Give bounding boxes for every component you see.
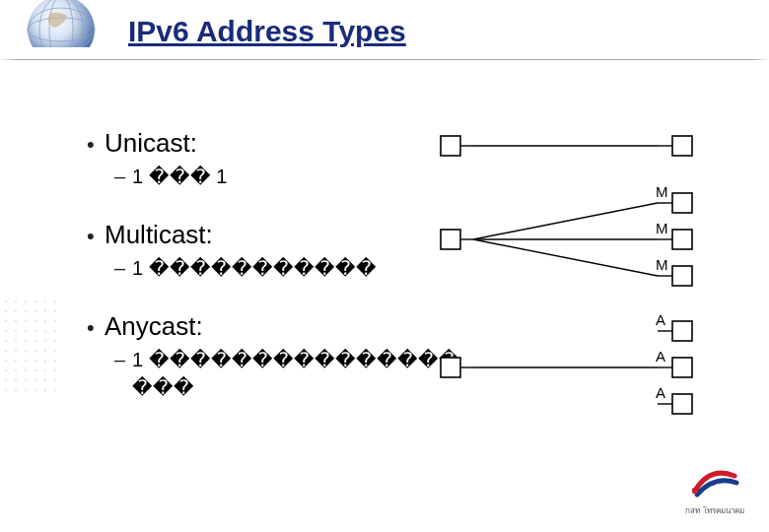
svg-point-63: [35, 389, 36, 391]
dash-icon: –: [114, 166, 132, 188]
svg-point-49: [15, 369, 17, 371]
cat-telecom-logo: กสท โทรคมนาคม: [675, 461, 754, 517]
svg-point-43: [15, 360, 17, 362]
svg-point-57: [35, 379, 36, 381]
svg-point-42: [5, 360, 7, 362]
svg-rect-5: [10, 47, 108, 69]
bullet-disc-icon: •: [87, 224, 105, 249]
svg-point-23: [54, 320, 56, 322]
svg-point-38: [25, 350, 27, 352]
svg-point-40: [44, 350, 46, 352]
svg-point-24: [5, 330, 7, 332]
svg-point-60: [5, 389, 7, 391]
svg-rect-80: [672, 230, 692, 249]
svg-point-50: [25, 369, 27, 371]
svg-point-8: [25, 300, 27, 302]
svg-point-37: [15, 350, 17, 352]
svg-point-51: [35, 369, 36, 371]
sub-unicast-text: 1 ��� 1: [132, 163, 227, 190]
heading-anycast: Anycast:: [105, 311, 203, 342]
svg-point-58: [44, 379, 46, 381]
svg-rect-79: [672, 193, 692, 213]
svg-point-45: [35, 360, 36, 362]
svg-rect-66: [441, 136, 460, 156]
svg-point-28: [44, 330, 46, 332]
dash-icon: –: [114, 349, 132, 371]
svg-rect-70: [672, 136, 692, 156]
svg-point-33: [35, 340, 36, 342]
svg-point-46: [44, 360, 46, 362]
heading-multicast: Multicast:: [105, 220, 213, 250]
a-label: A: [656, 348, 665, 365]
svg-rect-81: [672, 266, 692, 286]
unicast-diagram: [441, 136, 692, 156]
bullet-disc-icon: •: [87, 132, 105, 158]
svg-point-39: [35, 350, 36, 352]
slide-header: IPv6 Address Types: [0, 0, 769, 91]
m-label: M: [656, 183, 668, 200]
svg-point-27: [35, 330, 36, 332]
svg-point-21: [35, 320, 36, 322]
address-diagrams: M M M A A A: [436, 116, 732, 432]
svg-point-13: [15, 310, 17, 312]
dash-icon: –: [114, 257, 132, 280]
svg-point-16: [44, 310, 46, 312]
svg-line-73: [473, 203, 658, 239]
svg-point-64: [44, 389, 46, 391]
svg-point-44: [25, 360, 27, 362]
sub-anycast-text: 1 ������������������: [132, 346, 477, 401]
svg-point-20: [25, 320, 27, 322]
svg-point-14: [25, 310, 27, 312]
svg-point-12: [5, 310, 7, 312]
svg-rect-82: [441, 358, 460, 377]
svg-point-62: [25, 389, 27, 391]
svg-point-22: [44, 320, 46, 322]
sub-multicast-text: 1 �����������: [132, 254, 377, 282]
svg-point-19: [15, 320, 17, 322]
svg-point-36: [5, 350, 7, 352]
svg-rect-89: [672, 358, 692, 377]
svg-point-9: [35, 300, 36, 302]
svg-point-55: [15, 379, 17, 381]
svg-point-56: [25, 379, 27, 381]
bullet-disc-icon: •: [87, 315, 105, 341]
svg-point-41: [54, 350, 56, 352]
svg-point-65: [54, 389, 56, 391]
svg-point-29: [54, 330, 56, 332]
svg-point-32: [25, 340, 27, 342]
svg-point-31: [15, 340, 17, 342]
svg-point-47: [54, 360, 56, 362]
svg-point-30: [5, 340, 7, 342]
svg-point-7: [15, 300, 17, 302]
m-label: M: [656, 220, 668, 236]
svg-point-25: [15, 330, 17, 332]
svg-point-54: [5, 379, 7, 381]
svg-point-17: [54, 310, 56, 312]
a-label: A: [656, 384, 665, 401]
m-label: M: [656, 256, 668, 273]
slide-title: IPv6 Address Types: [128, 15, 406, 48]
svg-rect-88: [672, 321, 692, 341]
svg-point-52: [44, 369, 46, 371]
svg-point-48: [5, 369, 7, 371]
heading-unicast: Unicast:: [105, 128, 197, 159]
svg-point-26: [25, 330, 27, 332]
logo-icon: [685, 461, 744, 500]
svg-point-15: [35, 310, 36, 312]
svg-rect-90: [672, 394, 692, 414]
multicast-diagram: M M M: [441, 183, 692, 286]
svg-point-6: [5, 300, 7, 302]
decorative-dot-grid: [0, 296, 79, 424]
svg-point-34: [44, 340, 46, 342]
logo-text: กสท โทรคมนาคม: [675, 504, 754, 517]
svg-point-53: [54, 369, 56, 371]
header-divider: [0, 59, 769, 60]
svg-point-11: [54, 300, 56, 302]
svg-point-10: [44, 300, 46, 302]
svg-point-35: [54, 340, 56, 342]
svg-line-75: [473, 239, 658, 276]
svg-point-91: [692, 488, 698, 494]
a-label: A: [656, 311, 665, 328]
svg-point-61: [15, 389, 17, 391]
svg-point-18: [5, 320, 7, 322]
